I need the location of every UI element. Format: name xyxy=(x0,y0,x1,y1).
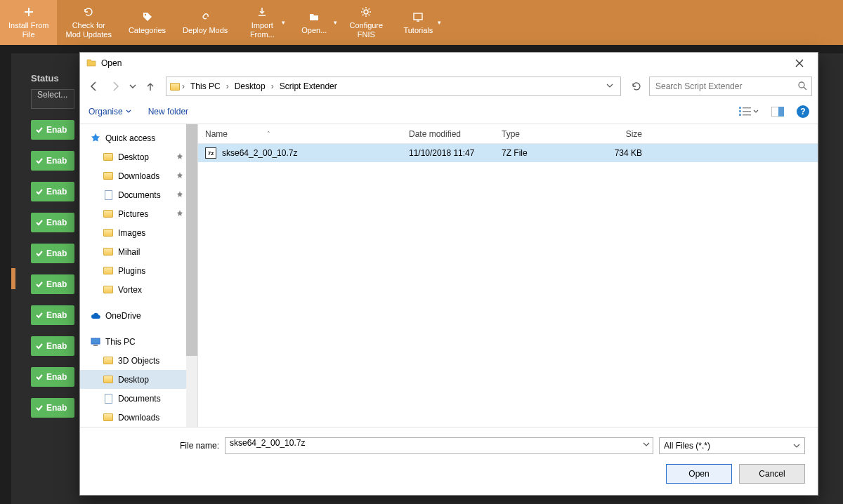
toolbar-tutorials[interactable]: Tutorials▾ xyxy=(392,0,444,45)
enable-button[interactable]: Enab xyxy=(31,305,74,325)
file-row[interactable]: 7zskse64_2_00_10.7z11/10/2018 11:477Z Fi… xyxy=(198,144,818,162)
breadcrumb-segment[interactable]: Script Extender xyxy=(275,77,341,95)
tree-item-label: Desktop xyxy=(118,152,149,162)
new-folder-button[interactable]: New folder xyxy=(148,107,188,117)
cancel-button[interactable]: Cancel xyxy=(739,464,805,484)
svg-rect-11 xyxy=(743,114,751,115)
open-button[interactable]: Open xyxy=(666,464,732,484)
tree-item-label: Documents xyxy=(118,190,161,200)
dialog-footer: File name: skse64_2_00_10.7z All Files (… xyxy=(80,427,818,495)
tree-item-label: Images xyxy=(118,228,145,238)
chevron-right-icon: › xyxy=(270,81,275,91)
enable-button[interactable]: Enab xyxy=(31,151,74,171)
file-filter-select[interactable]: All Files (*.*) xyxy=(659,437,805,454)
col-header-date[interactable]: Date modified xyxy=(402,129,495,139)
link-icon xyxy=(199,11,211,23)
tree-item-vortex[interactable]: Vortex xyxy=(80,280,197,299)
tree-item-documents[interactable]: Documents xyxy=(80,389,197,408)
col-header-name[interactable]: Name˄ xyxy=(198,129,402,139)
tree-item-label: Pictures xyxy=(118,209,148,219)
enable-button[interactable]: Enab xyxy=(31,336,74,356)
pin-icon xyxy=(176,191,183,199)
view-mode-button[interactable] xyxy=(739,107,759,117)
tree-item-quick-access[interactable]: Quick access xyxy=(80,128,197,147)
tree-item-desktop[interactable]: Desktop xyxy=(80,370,197,389)
toolbar-import[interactable]: ImportFrom...▾ xyxy=(236,0,288,45)
tree-item-images[interactable]: Images xyxy=(80,223,197,242)
breadcrumb-dropdown[interactable] xyxy=(602,81,617,91)
enable-button[interactable]: Enab xyxy=(31,213,74,232)
enable-button[interactable]: Enab xyxy=(31,398,74,418)
recent-dropdown[interactable] xyxy=(128,78,138,95)
toolbar-deploy[interactable]: Deploy Mods xyxy=(174,0,236,45)
tree-item-documents[interactable]: Documents xyxy=(80,185,197,204)
cloud-icon xyxy=(90,310,101,321)
filename-history-dropdown[interactable] xyxy=(643,440,650,450)
enable-button[interactable]: Enab xyxy=(31,182,74,201)
refresh-icon xyxy=(82,6,95,18)
preview-pane-button[interactable] xyxy=(771,107,784,117)
tree-item-mihail[interactable]: Mihail xyxy=(80,242,197,261)
help-button[interactable]: ? xyxy=(797,105,809,118)
toolbar-categories[interactable]: Categories xyxy=(120,0,174,45)
tag-icon xyxy=(141,11,154,23)
folder-icon xyxy=(103,374,114,385)
close-button[interactable] xyxy=(785,53,813,73)
filename-input[interactable]: skse64_2_00_10.7z xyxy=(225,437,653,454)
plus-icon xyxy=(22,6,35,18)
enable-button[interactable]: Enab xyxy=(31,120,74,140)
search-input[interactable] xyxy=(654,81,797,92)
tree-item-this-pc[interactable]: This PC xyxy=(80,332,197,351)
nav-row: ›This PC›Desktop›Script Extender xyxy=(80,74,818,99)
search-box[interactable] xyxy=(649,77,812,96)
toolbar-fnis[interactable]: ConfigureFNIS xyxy=(340,0,392,45)
tv-icon xyxy=(412,11,424,23)
chevron-down-icon xyxy=(793,442,800,449)
tree-item-pictures[interactable]: Pictures xyxy=(80,204,197,223)
col-header-size[interactable]: Size xyxy=(584,129,649,139)
chevron-down-icon xyxy=(126,109,131,114)
enable-button[interactable]: Enab xyxy=(31,274,74,294)
folder-icon xyxy=(103,412,114,423)
folder-tree[interactable]: Quick accessDesktopDownloadsDocumentsPic… xyxy=(80,124,198,427)
breadcrumb-bar[interactable]: ›This PC›Desktop›Script Extender xyxy=(166,77,621,96)
tree-item-label: This PC xyxy=(105,337,136,347)
file-date: 11/10/2018 11:47 xyxy=(402,148,495,158)
status-select[interactable]: Select... xyxy=(31,89,74,109)
tree-item-downloads[interactable]: Downloads xyxy=(80,408,197,427)
toolbar-install[interactable]: Install FromFile xyxy=(0,0,57,45)
dialog-titlebar: Open xyxy=(80,53,818,74)
open-file-dialog: Open ›This PC›Desktop›Script Extender xyxy=(79,52,818,496)
tree-item-3d-objects[interactable]: 3D Objects xyxy=(80,351,197,370)
sort-indicator-icon: ˄ xyxy=(267,131,270,138)
folder-app-icon xyxy=(86,57,97,70)
back-button[interactable] xyxy=(86,78,103,95)
toolbar-open[interactable]: Open...▾ xyxy=(288,0,340,45)
file-list-header[interactable]: Name˄ Date modified Type Size xyxy=(198,124,818,144)
folder-icon xyxy=(308,11,320,23)
dialog-toolbar: Organise New folder ? xyxy=(80,99,818,124)
enable-button[interactable]: Enab xyxy=(31,244,74,263)
file-name: skse64_2_00_10.7z xyxy=(222,148,297,158)
tree-scrollbar[interactable] xyxy=(186,124,197,427)
col-header-type[interactable]: Type xyxy=(495,129,584,139)
up-button[interactable] xyxy=(142,78,159,95)
tree-item-desktop[interactable]: Desktop xyxy=(80,147,197,166)
svg-rect-10 xyxy=(743,111,751,112)
forward-button[interactable] xyxy=(107,78,124,95)
organise-menu[interactable]: Organise xyxy=(89,107,131,117)
tree-item-label: Downloads xyxy=(118,171,159,181)
tree-item-label: Plugins xyxy=(118,266,145,276)
svg-point-5 xyxy=(799,82,804,88)
enable-button[interactable]: Enab xyxy=(31,367,74,387)
tree-item-downloads[interactable]: Downloads xyxy=(80,166,197,185)
tree-item-plugins[interactable]: Plugins xyxy=(80,261,197,280)
tree-scroll-thumb[interactable] xyxy=(186,124,197,356)
tree-item-label: Mihail xyxy=(118,247,140,257)
toolbar-check[interactable]: Check forMod Updates xyxy=(57,0,119,45)
refresh-button[interactable] xyxy=(628,78,645,95)
archive-icon: 7z xyxy=(205,147,216,159)
breadcrumb-segment[interactable]: This PC xyxy=(186,77,225,95)
tree-item-onedrive[interactable]: OneDrive xyxy=(80,306,197,325)
breadcrumb-segment[interactable]: Desktop xyxy=(230,77,270,95)
